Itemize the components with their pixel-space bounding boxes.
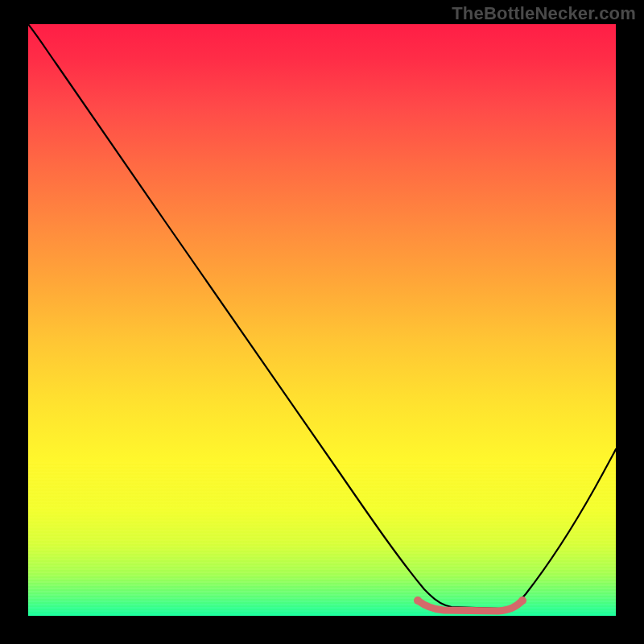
optimal-marker-end-left xyxy=(414,597,422,605)
optimal-marker-end-right xyxy=(518,597,526,605)
curve-layer xyxy=(28,24,616,616)
watermark-text: TheBottleNecker.com xyxy=(452,3,636,24)
bottleneck-curve xyxy=(28,24,616,609)
optimal-range-marker xyxy=(418,601,522,611)
plot-area xyxy=(28,24,616,616)
chart-container: TheBottleNecker.com xyxy=(0,0,644,644)
